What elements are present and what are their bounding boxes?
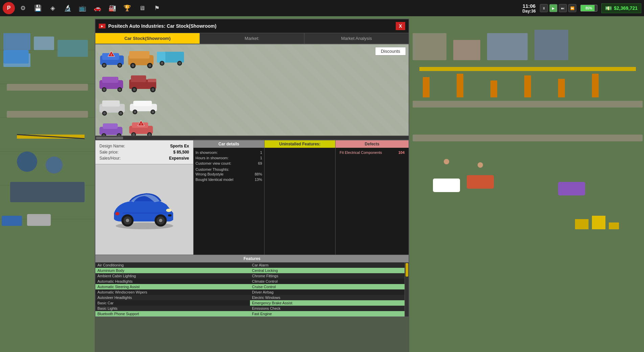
top-bar: P ⚙ 💾 ◈ 🔬 📺 🚗 🏭 🏆 🖥 ⚑ 11:06 Day:36 ⏸ ▶ ⏭ — [0, 0, 644, 16]
svg-rect-19 — [10, 182, 85, 202]
dialog-title-left: ▶ Positech Auto Industries: Car Stock(Sh… — [99, 23, 216, 29]
feature-row-7: Basic CarEmergency Brake Assist — [95, 300, 405, 306]
svg-point-35 — [444, 159, 449, 164]
tv-icon[interactable]: 📺 — [77, 3, 88, 14]
dialog-tabs: Car Stock(Showroom) Market: Market Analy… — [95, 33, 409, 44]
selected-car-image — [107, 189, 182, 230]
identical-model-value: 13% — [255, 178, 262, 182]
svg-rect-22 — [413, 33, 446, 60]
main-dialog: ▶ Positech Auto Industries: Car Stock(Sh… — [95, 19, 409, 317]
feature-col2-2: Chrome Fittings — [250, 273, 405, 279]
time-value: 11:06 — [523, 3, 536, 9]
svg-rect-31 — [490, 80, 497, 97]
svg-rect-93 — [103, 123, 118, 129]
svg-point-66 — [178, 62, 181, 65]
car-details-content: In showroom: 1 Hours in showroom: 1 Cust… — [193, 148, 264, 255]
defect-item: Fit Electrical Components 104 — [337, 149, 407, 156]
trophy-icon[interactable]: 🏆 — [122, 3, 133, 14]
save-icon[interactable]: 💾 — [32, 3, 43, 14]
research-icon[interactable]: 🔬 — [62, 3, 73, 14]
tab-market-analysis[interactable]: Market Analysis — [304, 33, 409, 44]
pause-btn[interactable]: ⏸ — [540, 4, 548, 12]
defects-content: Fit Electrical Components 104 — [336, 148, 409, 255]
grid-scrollbar-thumb[interactable] — [96, 137, 123, 139]
svg-point-107 — [166, 209, 171, 212]
play-btn[interactable]: ▶ — [549, 4, 557, 12]
svg-rect-37 — [433, 179, 460, 192]
sales-hour-value: Expensive — [150, 155, 190, 161]
svg-point-111 — [126, 219, 129, 222]
feature-row-4: Automatic Steering AssistCruise Control — [95, 284, 405, 289]
feature-row-9: Bluetooth Phone SupportFast Engine — [95, 311, 405, 316]
svg-text:!: ! — [111, 53, 112, 56]
toolbar-icons: ⚙ 💾 ◈ 🔬 📺 🚗 🏭 🏆 🖥 ⚑ — [18, 3, 523, 14]
svg-rect-46 — [3, 50, 29, 64]
feature-col1-4: Automatic Steering Assist — [95, 284, 250, 289]
svg-point-60 — [148, 64, 151, 67]
svg-point-77 — [133, 88, 136, 91]
svg-point-36 — [478, 162, 483, 168]
svg-rect-45 — [609, 222, 619, 229]
view-count-value: 69 — [258, 161, 262, 165]
game-logo[interactable]: P — [3, 2, 15, 14]
battery-label: 85% — [581, 5, 597, 11]
car-detail-row-showroom: In showroom: 1 — [196, 150, 262, 155]
car-icon[interactable]: 🚗 — [92, 3, 103, 14]
discounts-button[interactable]: Discounts — [375, 47, 406, 55]
car-detail-row-hours: Hours in showroom: 1 — [196, 155, 262, 161]
feature-col2-7: Emergency Brake Assist — [250, 300, 405, 306]
features-scrollbar-thumb[interactable] — [406, 263, 408, 277]
svg-rect-68 — [102, 77, 118, 83]
grid-scrollbar[interactable] — [95, 136, 409, 140]
car-grid-area[interactable]: ! — [95, 44, 409, 136]
svg-rect-33 — [558, 79, 565, 97]
svg-point-70 — [103, 88, 106, 91]
settings-icon[interactable]: ⚙ — [18, 3, 28, 14]
svg-rect-87 — [133, 101, 152, 106]
svg-rect-115 — [168, 214, 171, 216]
svg-point-52 — [118, 64, 121, 67]
battery-bar: 85% — [580, 5, 597, 11]
uninstalled-content — [264, 148, 335, 236]
fast-btn[interactable]: ⏭ — [559, 4, 567, 12]
svg-rect-62 — [157, 52, 165, 63]
feature-row-1: Aluminium BodyCentral Locking — [95, 268, 405, 273]
svg-rect-24 — [487, 33, 528, 60]
close-button[interactable]: X — [396, 22, 405, 30]
tab-market[interactable]: Market: — [200, 33, 304, 44]
in-showroom-label: In showroom: — [196, 150, 218, 155]
wrong-bodystyle-label: Wrong Bodystyle — [196, 172, 224, 176]
svg-point-58 — [132, 64, 134, 67]
svg-rect-34 — [592, 74, 599, 97]
customer-thoughts-label: Customer Thoughts: — [196, 167, 262, 171]
feature-row-6: Autosteer HeadlightsElectric Windows — [95, 295, 405, 300]
svg-rect-13 — [7, 84, 88, 91]
factory-icon[interactable]: 🏭 — [107, 3, 118, 14]
view-count-label: Customer view count: — [196, 161, 231, 165]
in-showroom-value: 1 — [260, 150, 262, 155]
svg-rect-12 — [58, 40, 88, 57]
feature-row-0: Air ConditioningCar Alarm — [95, 262, 405, 268]
tab-car-stock[interactable]: Car Stock(Showroom) — [95, 33, 200, 44]
svg-point-79 — [152, 88, 154, 91]
hours-showroom-value: 1 — [260, 156, 262, 160]
car-info-panel: Design Name: Sports Ex Sale price: $ 85,… — [95, 140, 193, 255]
logo-text: P — [7, 5, 11, 11]
svg-point-91 — [152, 111, 154, 113]
faster-btn[interactable]: ⏩ — [568, 4, 576, 12]
uninstalled-panel: Uninstalled Features: — [264, 140, 336, 255]
sales-hour-label: Sales/Hour: — [98, 155, 150, 161]
features-content: Air ConditioningCar AlarmAluminium BodyC… — [95, 262, 409, 316]
svg-rect-25 — [534, 30, 568, 60]
feature-row-2: Ambient Cabin LightingChrome Fittings — [95, 273, 405, 279]
defects-panel: Defects Fit Electrical Components 104 — [336, 140, 409, 255]
svg-rect-74 — [131, 75, 146, 82]
car-grid-svg: ! — [95, 44, 409, 136]
monitor-icon[interactable]: 🖥 — [137, 3, 147, 14]
car-detail-row-views: Customer view count: 69 — [196, 161, 262, 166]
map-icon[interactable]: ◈ — [47, 3, 58, 14]
flag-icon[interactable]: ⚑ — [152, 3, 162, 14]
svg-point-72 — [118, 88, 121, 91]
features-scrollbar[interactable] — [405, 262, 409, 316]
battery-icon: 85% — [580, 5, 597, 11]
